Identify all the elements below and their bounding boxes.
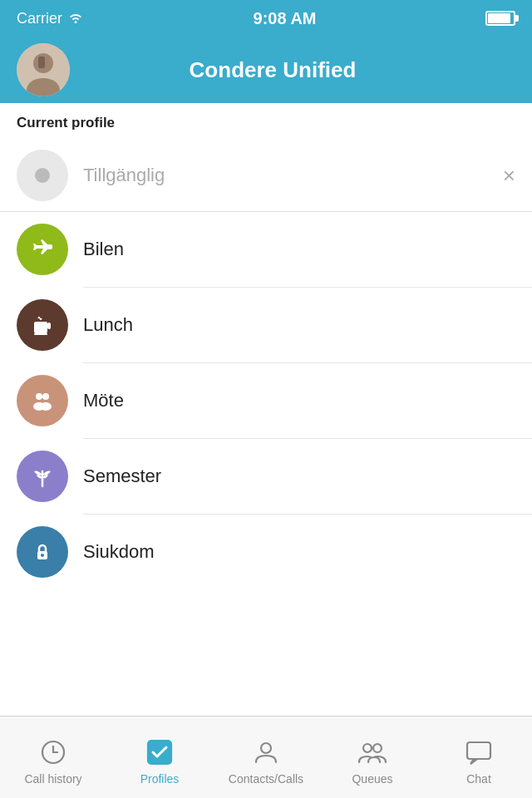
tab-profiles-label: Profiles: [140, 772, 180, 786]
section-label: Current profile: [0, 103, 532, 140]
app-header: Condere Unified: [0, 37, 532, 103]
battery-box: [485, 11, 515, 26]
status-bar: Carrier 9:08 AM: [0, 0, 532, 37]
battery-fill: [488, 13, 510, 23]
tab-call-history-label: Call history: [24, 772, 81, 786]
profile-icon-lunch: [17, 299, 68, 351]
svg-point-18: [363, 744, 372, 752]
profile-dot: [35, 168, 50, 183]
current-profile-icon: [17, 150, 68, 201]
svg-rect-5: [47, 323, 51, 329]
close-button[interactable]: ×: [503, 163, 515, 189]
profile-icon-bilen: [17, 224, 68, 275]
profile-icon-semester: [17, 451, 68, 502]
status-time: 9:08 AM: [254, 9, 317, 28]
profile-name-mote: Möte: [83, 390, 124, 411]
list-item[interactable]: Semester: [0, 439, 532, 514]
svg-point-17: [261, 743, 271, 753]
current-profile-row[interactable]: Tillgänglig ×: [0, 140, 532, 212]
profile-name-siukdom: Siukdom: [83, 541, 155, 563]
avatar: [17, 43, 70, 96]
list-item[interactable]: Lunch: [0, 288, 532, 362]
svg-point-9: [42, 393, 49, 400]
svg-point-19: [373, 744, 382, 752]
svg-rect-20: [467, 742, 490, 759]
profile-name-semester: Semester: [83, 466, 161, 487]
profile-name-bilen: Bilen: [83, 239, 124, 260]
svg-point-11: [40, 402, 52, 411]
svg-rect-4: [34, 322, 47, 333]
tab-profiles[interactable]: Profiles: [106, 729, 213, 786]
tab-chat-label: Chat: [466, 772, 491, 786]
app-title: Condere Unified: [83, 57, 462, 83]
content-area: Current profile Tillgänglig × Bilen: [0, 103, 532, 716]
svg-point-8: [36, 393, 42, 400]
profile-icon-mote: [17, 375, 68, 426]
wifi-icon: [67, 10, 84, 27]
list-item[interactable]: Siukdom: [0, 515, 532, 589]
svg-rect-6: [34, 333, 47, 335]
svg-rect-3: [38, 57, 45, 68]
profile-icon-siukdom: [17, 526, 68, 578]
tab-queues[interactable]: Queues: [319, 729, 426, 786]
list-item[interactable]: Bilen: [0, 212, 532, 287]
carrier-info: Carrier: [17, 10, 84, 27]
svg-point-14: [41, 554, 44, 557]
tab-bar: Call history Profiles Contacts/Calls Que…: [0, 716, 532, 798]
current-profile-name: Tillgänglig: [83, 165, 488, 186]
tab-contacts-calls[interactable]: Contacts/Calls: [213, 729, 319, 786]
tab-queues-label: Queues: [352, 772, 392, 786]
tab-call-history[interactable]: Call history: [0, 729, 106, 786]
tab-chat[interactable]: Chat: [426, 729, 532, 786]
tab-contacts-calls-label: Contacts/Calls: [229, 772, 303, 786]
list-item[interactable]: Möte: [0, 363, 532, 438]
profile-name-lunch: Lunch: [83, 314, 133, 336]
battery-indicator: [485, 11, 515, 26]
carrier-label: Carrier: [17, 10, 62, 27]
